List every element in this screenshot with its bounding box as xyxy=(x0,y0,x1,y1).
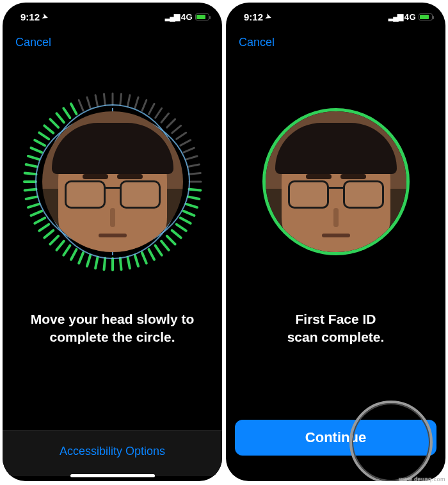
home-indicator[interactable] xyxy=(70,474,155,477)
location-icon: ➤ xyxy=(264,12,273,21)
svg-line-2 xyxy=(127,95,130,107)
svg-line-7 xyxy=(161,113,168,122)
svg-line-20 xyxy=(183,211,194,216)
svg-line-25 xyxy=(161,241,168,250)
status-time: 9:12 xyxy=(244,12,263,22)
svg-line-52 xyxy=(31,148,42,152)
battery-icon xyxy=(419,13,433,20)
svg-line-36 xyxy=(79,253,83,264)
svg-line-17 xyxy=(189,189,200,191)
svg-line-59 xyxy=(70,104,76,114)
svg-line-3 xyxy=(134,97,138,108)
instruction-text: Move your head slowly to complete the ci… xyxy=(12,310,214,347)
watermark-text: www.deuaq.com xyxy=(399,476,445,482)
svg-line-30 xyxy=(127,257,130,269)
svg-line-49 xyxy=(24,173,36,174)
cancel-button[interactable]: Cancel xyxy=(3,31,222,49)
svg-line-27 xyxy=(148,250,154,260)
svg-line-23 xyxy=(172,230,180,237)
face-preview xyxy=(42,111,183,252)
svg-line-46 xyxy=(26,196,37,199)
svg-line-22 xyxy=(176,225,186,231)
svg-line-9 xyxy=(172,125,180,132)
svg-line-39 xyxy=(56,241,63,250)
network-label: 4G xyxy=(181,12,193,22)
svg-line-63 xyxy=(104,94,105,106)
svg-line-51 xyxy=(28,156,38,159)
svg-line-35 xyxy=(86,255,90,266)
svg-line-24 xyxy=(166,236,175,244)
svg-line-47 xyxy=(24,189,36,191)
network-label: 4G xyxy=(404,12,416,22)
status-right: ▂▄▆ 4G xyxy=(388,12,433,22)
svg-line-33 xyxy=(104,258,105,269)
status-right: ▂▄▆ 4G xyxy=(165,12,209,22)
accessibility-options-button[interactable]: Accessibility Options xyxy=(60,445,165,457)
svg-line-11 xyxy=(180,140,190,145)
svg-line-56 xyxy=(50,119,58,127)
svg-line-10 xyxy=(176,132,186,139)
svg-line-31 xyxy=(120,258,121,269)
svg-line-43 xyxy=(35,218,45,223)
main-area: Move your head slowly to complete the ci… xyxy=(3,49,222,430)
svg-line-5 xyxy=(148,104,154,114)
svg-line-40 xyxy=(50,236,58,244)
svg-line-13 xyxy=(186,156,196,159)
svg-line-8 xyxy=(166,119,175,127)
battery-icon xyxy=(195,13,209,20)
svg-line-58 xyxy=(63,108,70,118)
bottom-bar: Continue xyxy=(226,420,445,481)
signal-icon: ▂▄▆ xyxy=(165,12,179,21)
svg-line-38 xyxy=(63,246,70,255)
svg-line-6 xyxy=(155,108,161,118)
svg-line-61 xyxy=(86,97,90,108)
svg-line-28 xyxy=(141,253,146,264)
signal-icon: ▂▄▆ xyxy=(388,12,402,21)
phone-screen-scanning: 9:12 ➤ ▂▄▆ 4G Cancel xyxy=(3,3,222,481)
svg-line-37 xyxy=(70,250,76,260)
svg-line-62 xyxy=(95,95,98,107)
status-left: 9:12 ➤ xyxy=(20,12,48,22)
svg-line-60 xyxy=(79,100,83,111)
svg-line-42 xyxy=(39,225,49,231)
svg-line-53 xyxy=(35,140,45,145)
svg-line-26 xyxy=(155,246,161,255)
svg-line-55 xyxy=(44,125,53,132)
svg-line-4 xyxy=(141,100,146,111)
accessibility-bar: Accessibility Options xyxy=(3,430,222,476)
svg-line-44 xyxy=(31,211,42,216)
instruction-text: First Face ID scan complete. xyxy=(268,310,404,347)
phone-screen-complete: 9:12 ➤ ▂▄▆ 4G Cancel First Face ID scan … xyxy=(226,3,445,481)
cancel-button[interactable]: Cancel xyxy=(226,31,445,49)
main-area: First Face ID scan complete. xyxy=(226,49,445,420)
location-icon: ➤ xyxy=(41,12,49,21)
continue-button[interactable]: Continue xyxy=(235,420,436,456)
status-bar: 9:12 ➤ ▂▄▆ 4G xyxy=(226,3,445,31)
svg-line-21 xyxy=(180,218,190,223)
face-scan-ring xyxy=(20,89,205,274)
svg-line-12 xyxy=(183,148,194,152)
svg-line-50 xyxy=(26,164,37,167)
face-preview xyxy=(266,111,406,252)
face-scan-ring xyxy=(243,89,429,274)
bottom-bar: Accessibility Options xyxy=(3,430,222,481)
svg-line-14 xyxy=(188,164,199,167)
svg-line-15 xyxy=(189,173,200,174)
svg-line-19 xyxy=(186,204,196,207)
svg-line-29 xyxy=(134,255,138,266)
svg-line-57 xyxy=(56,113,63,122)
svg-line-45 xyxy=(28,204,38,207)
svg-line-34 xyxy=(95,257,98,269)
svg-line-54 xyxy=(39,132,49,139)
svg-line-18 xyxy=(188,196,199,199)
status-bar: 9:12 ➤ ▂▄▆ 4G xyxy=(3,3,222,31)
status-left: 9:12 ➤ xyxy=(244,12,271,22)
svg-line-41 xyxy=(44,230,53,237)
svg-line-1 xyxy=(120,94,121,106)
status-time: 9:12 xyxy=(20,12,40,22)
